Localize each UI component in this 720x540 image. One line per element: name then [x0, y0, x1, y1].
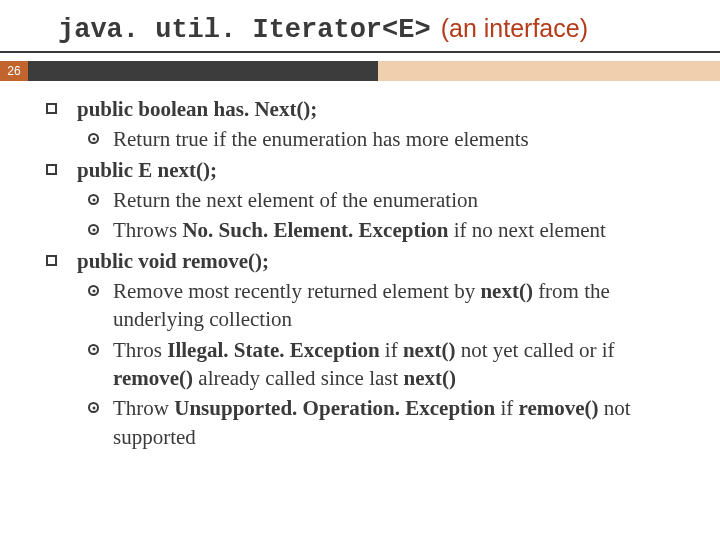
bullet-text: Remove most recently returned element by… [113, 277, 690, 334]
circle-bullet-icon [88, 224, 99, 235]
bullet-l2: Return true if the enumeration has more … [88, 125, 690, 153]
slide-number-bar: 26 [0, 61, 720, 81]
bullet-text: Return the next element of the enumerati… [113, 186, 690, 214]
slide-number: 26 [0, 61, 28, 81]
content-area: public boolean has. Next(); Return true … [0, 81, 720, 451]
method-signature: public void remove(); [77, 247, 690, 275]
bullet-text: Thros Illegal. State. Exception if next(… [113, 336, 690, 393]
circle-bullet-icon [88, 402, 99, 413]
method-signature: public E next(); [77, 156, 690, 184]
bullet-l2: Throw Unsupported. Operation. Exception … [88, 394, 690, 451]
method-signature: public boolean has. Next(); [77, 95, 690, 123]
bullet-l1: public void remove(); [46, 247, 690, 275]
bullet-text: Throw Unsupported. Operation. Exception … [113, 394, 690, 451]
bullet-l1: public boolean has. Next(); [46, 95, 690, 123]
bullet-l2: Remove most recently returned element by… [88, 277, 690, 334]
bullet-l1: public E next(); [46, 156, 690, 184]
slide-title: java. util. Iterator<E> (an interface) [0, 0, 720, 53]
bullet-l2: Throws No. Such. Element. Exception if n… [88, 216, 690, 244]
bullet-text: Throws No. Such. Element. Exception if n… [113, 216, 690, 244]
bullet-text: Return true if the enumeration has more … [113, 125, 690, 153]
bullet-l2: Thros Illegal. State. Exception if next(… [88, 336, 690, 393]
bar-dark [28, 61, 378, 81]
square-bullet-icon [46, 255, 57, 266]
title-code: java. util. Iterator<E> [58, 15, 431, 45]
square-bullet-icon [46, 164, 57, 175]
circle-bullet-icon [88, 285, 99, 296]
circle-bullet-icon [88, 133, 99, 144]
bar-peach [378, 61, 720, 81]
title-suffix: (an interface) [441, 14, 588, 42]
circle-bullet-icon [88, 194, 99, 205]
bullet-l2: Return the next element of the enumerati… [88, 186, 690, 214]
square-bullet-icon [46, 103, 57, 114]
circle-bullet-icon [88, 344, 99, 355]
